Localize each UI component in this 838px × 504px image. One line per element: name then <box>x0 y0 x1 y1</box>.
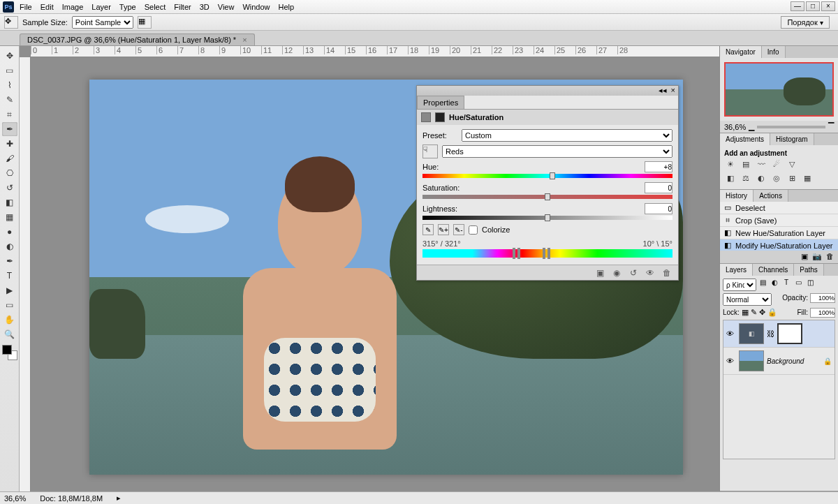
menu-edit[interactable]: Edit <box>41 3 54 11</box>
menu-3d[interactable]: 3D <box>200 3 210 11</box>
hue-thumb[interactable] <box>550 172 555 179</box>
layer-row[interactable]: 👁 Background 🔒 <box>723 348 835 375</box>
zoom-in-icon[interactable]: ▔ <box>828 122 834 131</box>
visibility-toggle[interactable]: 👁 <box>726 357 736 365</box>
color-swatch[interactable] <box>2 345 17 360</box>
brush-tool[interactable]: 🖌 <box>2 151 17 165</box>
properties-tab[interactable]: Properties <box>417 96 464 109</box>
window-close-button[interactable]: × <box>821 1 835 11</box>
current-tool-icon[interactable]: ✥ <box>4 16 18 29</box>
camera-icon[interactable]: 📷 <box>812 252 822 262</box>
exposure-icon[interactable]: ☄ <box>770 160 783 171</box>
lasso-tool[interactable]: ⌇ <box>2 78 17 92</box>
balance-icon[interactable]: ⚖ <box>740 174 752 185</box>
adjustments-tab[interactable]: Adjustments <box>720 133 770 145</box>
fill-value[interactable] <box>810 308 835 318</box>
layer-row[interactable]: 👁 ◧ ⛓ <box>723 320 835 348</box>
eyedropper-tool[interactable]: ✒ <box>2 122 17 136</box>
eyedropper-icon[interactable]: ✎ <box>422 224 434 235</box>
preset-select[interactable]: Custom <box>462 129 672 142</box>
layers-tab[interactable]: Layers <box>720 264 753 276</box>
menu-layer[interactable]: Layer <box>91 3 111 11</box>
sample-size-select[interactable]: Point Sample <box>72 16 133 29</box>
menu-image[interactable]: Image <box>62 3 84 11</box>
filter-adj-icon[interactable]: ◐ <box>770 279 779 291</box>
gradient-tool[interactable]: ▦ <box>2 210 17 224</box>
nav-zoom-value[interactable]: 36,6% <box>724 123 746 131</box>
snapshot-icon[interactable]: ▣ <box>801 252 808 262</box>
saturation-value[interactable] <box>645 182 672 193</box>
navigator-tab[interactable]: Navigator <box>720 46 762 58</box>
nav-zoom-slider[interactable] <box>757 126 825 128</box>
marquee-tool[interactable]: ▭ <box>2 64 17 77</box>
zoom-tool[interactable]: 🔍 <box>2 327 17 341</box>
window-maximize-button[interactable]: □ <box>806 1 820 11</box>
hue-value[interactable] <box>645 161 672 172</box>
actions-tab[interactable]: Actions <box>754 190 788 202</box>
history-item[interactable]: ◧New Hue/Saturation Layer <box>720 227 838 239</box>
trash-icon[interactable]: 🗑 <box>826 252 834 262</box>
menu-help[interactable]: Help <box>279 3 295 11</box>
clip-to-layer-icon[interactable]: ▣ <box>594 268 605 278</box>
collapse-icon[interactable]: ◂◂ <box>659 86 667 96</box>
history-item[interactable]: ▭Deselect <box>720 202 838 214</box>
blend-mode-select[interactable]: Normal <box>723 293 772 306</box>
hue-range-bar[interactable] <box>422 249 672 258</box>
panel-titlebar[interactable]: ◂◂× <box>417 86 678 96</box>
layer-name[interactable]: Background <box>767 357 804 365</box>
delete-icon[interactable]: 🗑 <box>661 268 672 278</box>
lightness-slider[interactable] <box>422 216 672 220</box>
shape-tool[interactable]: ▭ <box>2 298 17 312</box>
histogram-tab[interactable]: Histogram <box>770 133 814 145</box>
brightness-icon[interactable]: ☀ <box>724 160 737 171</box>
hand-tool[interactable]: ✋ <box>2 313 17 327</box>
paths-tab[interactable]: Paths <box>794 264 824 276</box>
navigator-thumbnail[interactable] <box>724 62 834 117</box>
photo-filter-icon[interactable]: ◎ <box>770 174 783 185</box>
menu-view[interactable]: View <box>218 3 235 11</box>
filter-shape-icon[interactable]: ▭ <box>793 279 803 291</box>
lock-trans-icon[interactable]: ▦ <box>742 308 749 316</box>
heal-tool[interactable]: ✚ <box>2 137 17 151</box>
visibility-toggle[interactable]: 👁 <box>726 329 736 338</box>
saturation-slider[interactable] <box>422 195 672 199</box>
filter-image-icon[interactable]: ▤ <box>758 279 767 291</box>
layer-filter-select[interactable]: ρ Kind <box>723 279 756 291</box>
history-tab[interactable]: History <box>720 190 754 202</box>
channel-mixer-icon[interactable]: ⊞ <box>786 174 798 185</box>
visibility-icon[interactable]: 👁 <box>645 268 656 278</box>
lightness-thumb[interactable] <box>545 214 550 221</box>
status-arrow-icon[interactable]: ▸ <box>117 494 121 503</box>
opacity-value[interactable] <box>810 293 835 303</box>
filter-smart-icon[interactable]: ◫ <box>805 279 815 291</box>
info-tab[interactable]: Info <box>762 46 786 58</box>
channels-tab[interactable]: Channels <box>753 264 794 276</box>
vibrance-icon[interactable]: ▽ <box>786 160 798 171</box>
dodge-tool[interactable]: ◐ <box>2 239 17 253</box>
window-minimize-button[interactable]: — <box>791 1 804 11</box>
lightness-value[interactable] <box>645 203 672 214</box>
quick-select-tool[interactable]: ✎ <box>2 93 17 107</box>
fg-color[interactable] <box>2 345 12 355</box>
zoom-out-icon[interactable]: ▁ <box>749 122 754 131</box>
lock-all-icon[interactable]: 🔒 <box>767 308 777 316</box>
prev-state-icon[interactable]: ◉ <box>611 268 622 278</box>
crop-tool[interactable]: ⌗ <box>2 108 17 121</box>
channel-select[interactable]: Reds <box>442 145 672 158</box>
history-item[interactable]: ◧Modify Hue/Saturation Layer <box>720 239 838 251</box>
scrubby-icon[interactable]: ☟ <box>422 144 438 158</box>
colorize-checkbox[interactable] <box>469 225 478 235</box>
document-tab[interactable]: DSC_0037.JPG @ 36,6% (Hue/Saturation 1, … <box>20 34 255 45</box>
lock-paint-icon[interactable]: ✎ <box>751 308 757 316</box>
filter-type-icon[interactable]: T <box>781 279 791 291</box>
layer-thumbnail[interactable] <box>739 350 764 371</box>
history-item[interactable]: ⌗Crop (Save) <box>720 214 838 227</box>
stamp-tool[interactable]: ⎔ <box>2 166 17 180</box>
menu-filter[interactable]: Filter <box>174 3 191 11</box>
eyedropper-add-icon[interactable]: ✎+ <box>438 224 449 235</box>
reset-icon[interactable]: ↺ <box>628 268 639 278</box>
menu-window[interactable]: Window <box>242 3 270 11</box>
pen-tool[interactable]: ✒ <box>2 254 17 268</box>
workspace-switcher[interactable]: Порядок ▾ <box>781 16 830 29</box>
menu-type[interactable]: Type <box>119 3 136 11</box>
